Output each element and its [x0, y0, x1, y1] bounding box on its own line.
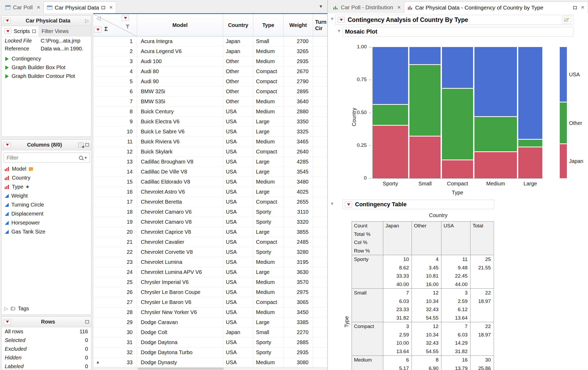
- cell-weight[interactable]: 2935: [283, 57, 313, 67]
- cell-weight[interactable]: 2640: [283, 147, 313, 157]
- cell-weight[interactable]: 3545: [283, 167, 313, 177]
- row-number-cell[interactable]: 11: [93, 137, 137, 147]
- row-number-cell[interactable]: 14: [93, 167, 137, 177]
- cell-extra[interactable]: [313, 97, 327, 107]
- cell-country[interactable]: USA: [223, 107, 253, 117]
- cell-country[interactable]: Other: [223, 97, 253, 107]
- row-number-cell[interactable]: 31: [93, 338, 137, 348]
- cell-model[interactable]: Buick Electra V6: [137, 117, 223, 127]
- cell-model[interactable]: Chevrolet Lumina: [137, 257, 223, 267]
- row-number-cell[interactable]: 9: [93, 117, 137, 127]
- cell-extra[interactable]: [313, 57, 327, 67]
- column-item-horsepower[interactable]: Horsepower: [2, 218, 91, 227]
- float-window-icon[interactable]: [573, 6, 577, 9]
- cell-extra[interactable]: [313, 107, 327, 117]
- column-header-country[interactable]: Country: [223, 14, 253, 36]
- cell-model[interactable]: Chevrolet Camaro V6: [137, 207, 223, 217]
- cell-weight[interactable]: 2655: [283, 197, 313, 207]
- column-header-weight[interactable]: Weight: [283, 14, 313, 36]
- cell-extra[interactable]: [313, 348, 327, 358]
- cell-extra[interactable]: [313, 217, 327, 227]
- cell-extra[interactable]: [313, 327, 327, 338]
- cell-weight[interactable]: 2885: [283, 338, 313, 348]
- table-row[interactable]: 2Acura Legend V6JapanMedium3265: [93, 46, 327, 57]
- cell-weight[interactable]: 3265: [283, 46, 313, 57]
- table-row[interactable]: 32Dodge Daytona TurboUSASporty2935: [93, 348, 327, 358]
- cell-weight[interactable]: 2790: [283, 77, 313, 87]
- legend-segment-usa[interactable]: [560, 47, 567, 102]
- mosaic-segment-other[interactable]: [474, 117, 517, 152]
- mosaic-segment-japan[interactable]: [409, 137, 441, 178]
- row-number-cell[interactable]: 21: [93, 237, 137, 247]
- table-row[interactable]: 12Buick SkylarkUSACompact2640: [93, 147, 327, 157]
- row-number-cell[interactable]: 15: [93, 177, 137, 187]
- cell-type[interactable]: Large: [253, 227, 283, 237]
- column-item-displacement[interactable]: Displacement: [2, 209, 91, 218]
- tab-scripts[interactable]: Scripts: [2, 26, 39, 36]
- cell-country[interactable]: Japan: [223, 36, 253, 46]
- cell-type[interactable]: Large: [253, 117, 283, 127]
- table-row[interactable]: 3Audi 100OtherMedium2935: [93, 57, 327, 67]
- cell-extra[interactable]: [313, 46, 327, 57]
- row-number-cell[interactable]: 23: [93, 257, 137, 267]
- scrollbar-thumb[interactable]: [138, 368, 224, 370]
- cell-weight[interactable]: 2895: [283, 87, 313, 97]
- mosaic-segment-other[interactable]: [442, 89, 473, 160]
- cell-country[interactable]: USA: [223, 117, 253, 127]
- row-number-cell[interactable]: 17: [93, 197, 137, 207]
- legend-segment-japan[interactable]: [560, 144, 567, 178]
- row-number-cell[interactable]: 24: [93, 267, 137, 277]
- mosaic-column-small[interactable]: [409, 47, 441, 178]
- cell-weight[interactable]: 4025: [283, 187, 313, 197]
- cell-model[interactable]: Chrysler Imperial V6: [137, 277, 223, 287]
- cell-country[interactable]: USA: [223, 187, 253, 197]
- cell-model[interactable]: Cadillac De Ville V8: [137, 167, 223, 177]
- column-header-turning-circle[interactable]: Turn Cir: [313, 14, 327, 36]
- cell-weight[interactable]: 3110: [283, 207, 313, 217]
- cell-type[interactable]: Compact: [253, 77, 283, 87]
- red-triangle-menu-icon[interactable]: [4, 28, 11, 34]
- cell-weight[interactable]: 3570: [283, 277, 313, 287]
- collapse-columns-icon[interactable]: ◁: [96, 15, 101, 21]
- table-row[interactable]: 1Acura IntegraJapanSmall2700: [93, 36, 327, 46]
- cell-type[interactable]: Large: [253, 157, 283, 167]
- table-row[interactable]: 4Audi 80OtherCompact2670: [93, 67, 327, 77]
- cell-extra[interactable]: [313, 197, 327, 207]
- cell-weight[interactable]: 2270: [283, 327, 313, 338]
- row-number-cell[interactable]: 12: [93, 147, 137, 157]
- cell-type[interactable]: Small: [253, 36, 283, 46]
- cell-weight[interactable]: 2935: [283, 348, 313, 358]
- cell-model[interactable]: Dodge Dynasty: [137, 358, 223, 368]
- cell-type[interactable]: Compact: [253, 87, 283, 97]
- script-item-graph-builder-box-plot[interactable]: Graph Builder Box Plot: [2, 63, 91, 72]
- row-number-cell[interactable]: 20: [93, 227, 137, 237]
- table-row[interactable]: 13Cadillac Brougham V8USALarge4285: [93, 157, 327, 167]
- cell-weight[interactable]: 2975: [283, 287, 313, 297]
- cell-weight[interactable]: 3480: [283, 177, 313, 187]
- row-number-cell[interactable]: 7: [93, 97, 137, 107]
- table-row[interactable]: 21Chevrolet CavalierUSACompact2485: [93, 237, 327, 247]
- table-row[interactable]: 15Cadillac Eldorado V8USAMedium3480: [93, 177, 327, 187]
- cell-country[interactable]: USA: [223, 227, 253, 237]
- cell-extra[interactable]: [313, 267, 327, 277]
- cell-type[interactable]: Medium: [253, 107, 283, 117]
- table-row[interactable]: 23Chevrolet LuminaUSAMedium3195: [93, 257, 327, 267]
- cell-type[interactable]: Large: [253, 167, 283, 177]
- tab-filter-views[interactable]: Filter Views: [39, 26, 91, 36]
- cell-country[interactable]: USA: [223, 197, 253, 207]
- column-item-weight[interactable]: Weight: [2, 191, 91, 200]
- cell-extra[interactable]: [313, 77, 327, 87]
- mosaic-column-sporty[interactable]: [373, 47, 408, 178]
- cell-model[interactable]: Dodge Daytona: [137, 338, 223, 348]
- cell-country[interactable]: USA: [223, 257, 253, 267]
- cell-model[interactable]: Chevrolet Corvette V8: [137, 247, 223, 257]
- cell-model[interactable]: Dodge Daytona Turbo: [137, 348, 223, 358]
- cell-country[interactable]: USA: [223, 137, 253, 147]
- table-row[interactable]: 17Chevrolet BerettaUSACompact2655: [93, 197, 327, 207]
- cell-model[interactable]: Buick Riviera V6: [137, 137, 223, 147]
- cell-country[interactable]: USA: [223, 167, 253, 177]
- cell-weight[interactable]: 3385: [283, 317, 313, 327]
- cell-country[interactable]: Japan: [223, 327, 253, 338]
- red-triangle-menu-icon[interactable]: [4, 142, 11, 148]
- cell-country[interactable]: USA: [223, 317, 253, 327]
